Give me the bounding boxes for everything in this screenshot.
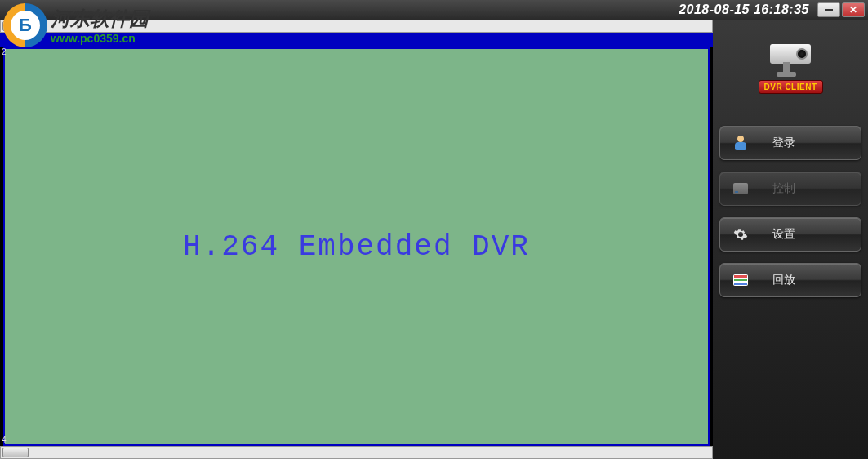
control-label: 控制 xyxy=(772,181,795,196)
playback-label: 回放 xyxy=(772,273,795,287)
disk-icon xyxy=(732,180,750,198)
titlebar: 2018-08-15 16:18:35 ✕ xyxy=(0,0,868,20)
video-panel: 2 H.264 Embedded DVR 4 xyxy=(0,20,713,459)
side-buttons: 登录 控制 设置 回放 xyxy=(713,126,868,309)
video-frame[interactable]: H.264 Embedded DVR xyxy=(3,47,710,446)
camera-icon xyxy=(762,44,819,77)
scrollbar-top[interactable] xyxy=(0,20,713,33)
svg-rect-0 xyxy=(825,9,833,11)
scrollbar-bottom[interactable] xyxy=(0,446,713,459)
user-icon xyxy=(732,134,750,152)
close-button[interactable]: ✕ xyxy=(842,2,865,17)
timestamp: 2018-08-15 16:18:35 xyxy=(679,2,809,17)
video-selected-bar xyxy=(0,33,713,47)
login-button[interactable]: 登录 xyxy=(719,126,861,160)
control-button: 控制 xyxy=(719,172,861,206)
logo-area: DVR CLIENT xyxy=(713,28,868,109)
dvr-client-badge: DVR CLIENT xyxy=(759,80,823,94)
login-label: 登录 xyxy=(772,136,795,150)
video-overlay-text: H.264 Embedded DVR xyxy=(183,230,530,264)
channel-label-2: 2 xyxy=(2,47,7,56)
settings-button[interactable]: 设置 xyxy=(719,217,861,252)
channel-label-4: 4 xyxy=(2,435,7,444)
playback-icon xyxy=(732,271,750,289)
settings-label: 设置 xyxy=(772,227,795,242)
main-area: 2 H.264 Embedded DVR 4 DVR CLIENT 登录 控制 xyxy=(0,20,868,459)
playback-button[interactable]: 回放 xyxy=(719,263,861,297)
gear-icon xyxy=(732,225,750,243)
minimize-button[interactable] xyxy=(817,2,840,17)
side-panel: DVR CLIENT 登录 控制 设置 xyxy=(713,20,868,459)
